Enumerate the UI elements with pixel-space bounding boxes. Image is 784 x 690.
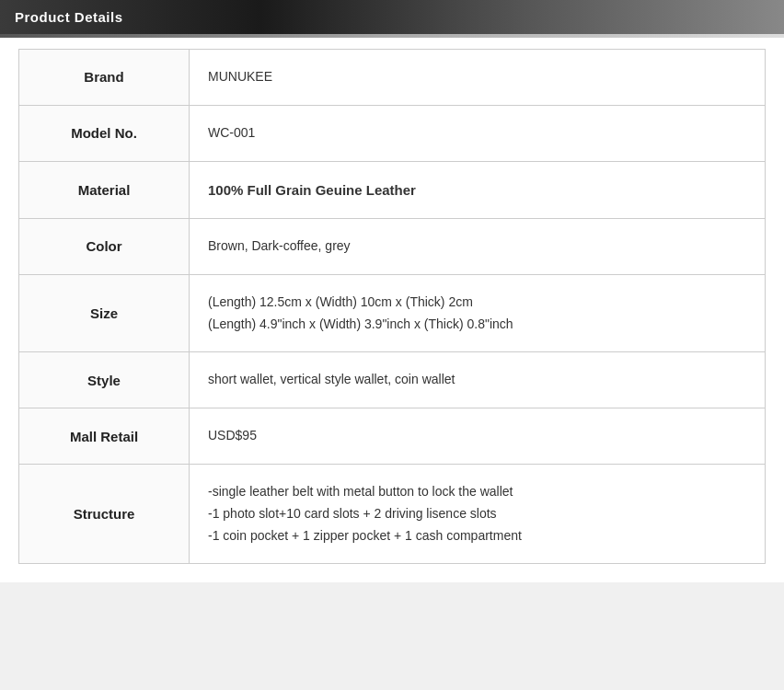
row-value: -single leather belt with metal button t… [190,465,766,564]
table-row: Model No.WC-001 [19,105,766,161]
row-label: Mall Retail [19,408,190,465]
table-row: Material100% Full Grain Geuine Leather [19,161,766,219]
table-row: Mall RetailUSD$95 [19,408,766,465]
row-value: Brown, Dark-coffee, grey [190,219,766,275]
row-label: Structure [19,465,190,564]
value-line: USD$95 [208,425,746,447]
header-bar: Product Details [0,0,784,34]
value-line: (Length) 12.5cm x (Width) 10cm x (Thick)… [208,292,746,314]
row-value: short wallet, vertical style wallet, coi… [190,352,766,408]
row-value: USD$95 [190,408,766,465]
row-label: Brand [19,50,190,106]
table-row: Structure-single leather belt with metal… [19,465,766,564]
row-label: Size [19,274,190,352]
table-row: Size(Length) 12.5cm x (Width) 10cm x (Th… [19,274,766,352]
row-value: WC-001 [190,105,766,161]
value-line: (Length) 4.9"inch x (Width) 3.9"inch x (… [208,314,746,336]
table-row: BrandMUNUKEE [19,50,766,106]
value-line: -1 coin pocket + 1 zipper pocket + 1 cas… [208,525,746,547]
row-label: Material [19,161,190,219]
value-line: short wallet, vertical style wallet, coi… [208,369,746,391]
row-value: MUNUKEE [190,50,766,106]
row-label: Style [19,352,190,408]
value-line: MUNUKEE [208,66,746,88]
value-line: Brown, Dark-coffee, grey [208,236,746,258]
row-label: Color [19,219,190,275]
value-line: 100% Full Grain Geuine Leather [208,178,746,202]
table-row: Styleshort wallet, vertical style wallet… [19,352,766,408]
row-label: Model No. [19,105,190,161]
table-container: BrandMUNUKEEModel No.WC-001Material100% … [0,38,784,582]
header-title: Product Details [15,9,123,25]
value-line: -1 photo slot+10 card slots + 2 driving … [208,503,746,525]
value-line: -single leather belt with metal button t… [208,481,746,503]
details-table: BrandMUNUKEEModel No.WC-001Material100% … [18,49,766,564]
value-line: WC-001 [208,122,746,144]
row-value: (Length) 12.5cm x (Width) 10cm x (Thick)… [190,274,766,352]
table-row: ColorBrown, Dark-coffee, grey [19,219,766,275]
row-value: 100% Full Grain Geuine Leather [190,161,766,219]
product-details-page: Product Details BrandMUNUKEEModel No.WC-… [0,0,784,582]
